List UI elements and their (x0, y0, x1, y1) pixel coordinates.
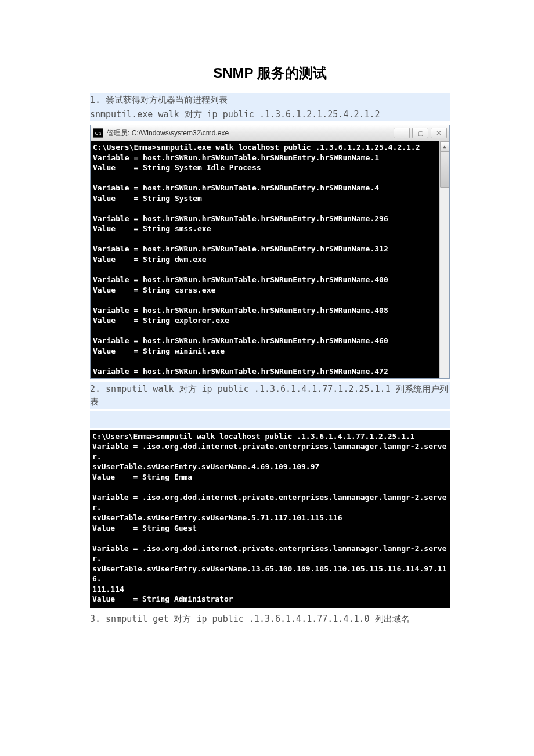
section-1-heading: 1. 尝试获得对方机器当前进程列表 (90, 93, 450, 107)
page-title: SNMP 服务的测试 (90, 64, 450, 82)
cmd-icon: C:\ (93, 128, 103, 138)
cmd-output-area: C:\Users\Emma>snmputil.exe walk localhos… (91, 141, 449, 378)
document-page: SNMP 服务的测试 1. 尝试获得对方机器当前进程列表 snmputil.ex… (0, 0, 534, 649)
minimize-button[interactable]: — (394, 128, 410, 138)
scroll-thumb[interactable] (440, 152, 449, 188)
window-buttons: — ▢ ✕ (394, 128, 447, 138)
cmd-titlebar[interactable]: C:\ 管理员: C:\Windows\system32\cmd.exe — ▢… (91, 125, 449, 141)
cmd-output-1: C:\Users\Emma>snmputil.exe walk localhos… (93, 142, 438, 377)
highlight-spacer (90, 411, 450, 428)
section-1-command: snmputil.exe walk 对方 ip public .1.3.6.1.… (90, 107, 450, 122)
close-button[interactable]: ✕ (431, 128, 447, 138)
section-2-text: 2. snmputil walk 对方 ip public .1.3.6.1.4… (90, 382, 450, 409)
scroll-up-icon[interactable]: ▲ (440, 141, 449, 152)
section-3-text: 3. snmputil get 对方 ip public .1.3.6.1.4.… (90, 613, 450, 626)
maximize-button[interactable]: ▢ (412, 128, 428, 138)
cmd-window-title: 管理员: C:\Windows\system32\cmd.exe (107, 128, 394, 138)
scrollbar[interactable]: ▲ (439, 141, 449, 378)
cmd-block-2: C:\Users\Emma>snmputil walk localhost pu… (90, 430, 450, 608)
cmd-output-2: C:\Users\Emma>snmputil walk localhost pu… (92, 431, 448, 604)
cmd-window-1: C:\ 管理员: C:\Windows\system32\cmd.exe — ▢… (90, 125, 450, 379)
